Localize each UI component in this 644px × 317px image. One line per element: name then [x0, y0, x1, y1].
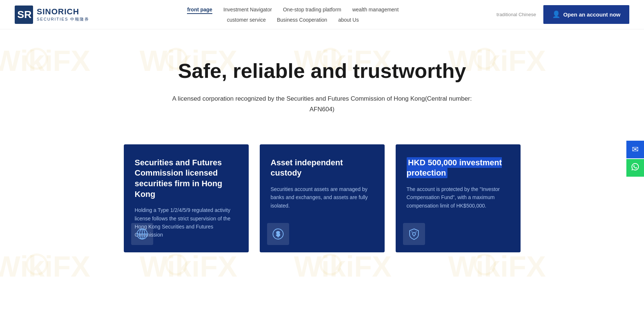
card-investment-protection: HKD 500,000 investment protection The ac… [396, 144, 521, 252]
hero-section: Safe, reliable and trustworthy A license… [0, 29, 644, 137]
card-1-title: Securities and Futures Commission licens… [135, 158, 238, 199]
main-content: WikiFX WikiFX WikiFX WikiFX WikiFX WikiF… [0, 29, 644, 316]
card-3-title-highlight: HKD 500,000 investment protection [407, 157, 502, 179]
lang-switch[interactable]: traditional Chinese [496, 12, 536, 17]
dollar-icon: $ [271, 227, 285, 241]
logo-main-text: SINORICH [37, 7, 89, 17]
nav-front-page[interactable]: front page [187, 6, 212, 14]
nav-about-us[interactable]: about Us [338, 16, 359, 24]
logo-text: SINORICH SECURITIES 中顺隆券 [37, 7, 89, 22]
cards-section: Securities and Futures Commission licens… [0, 137, 644, 274]
svg-point-8 [413, 233, 415, 235]
hero-title: Safe, reliable and trustworthy [15, 59, 629, 83]
email-icon: ✉ [632, 145, 638, 154]
hero-subtitle-line1: A licensed corporation recognized by the… [172, 95, 472, 102]
hero-subtitle: A licensed corporation recognized by the… [15, 94, 629, 115]
card-3-desc: The account is protected by the "Investo… [407, 185, 510, 210]
nav-business-cooperation[interactable]: Business Cooperation [277, 16, 327, 24]
header-right: traditional Chinese 👤 Open an account no… [496, 5, 629, 24]
svg-line-9 [411, 231, 413, 233]
nav-wealth-management[interactable]: wealth management [352, 6, 399, 14]
card-sfc-licensed: Securities and Futures Commission licens… [124, 144, 249, 252]
whatsapp-icon [631, 162, 640, 173]
card-asset-custody: Asset independent custody Securities acc… [260, 144, 385, 252]
logo-icon: SR [15, 6, 33, 24]
card-3-title: HKD 500,000 investment protection [407, 158, 510, 179]
main-nav: front page Investment Navigator One-stop… [187, 6, 399, 24]
logo-area: SR SINORICH SECURITIES 中顺隆券 [15, 6, 89, 24]
open-account-button[interactable]: 👤 Open an account now [543, 5, 629, 24]
globe-icon [136, 227, 149, 241]
nav-bottom-row: customer service Business Cooperation ab… [227, 16, 359, 24]
hero-subtitle-line2: AFN604) [309, 106, 334, 113]
header: SR SINORICH SECURITIES 中顺隆券 front page I… [0, 0, 644, 29]
svg-text:$: $ [276, 230, 280, 238]
open-account-label: Open an account now [563, 11, 620, 18]
open-account-icon: 👤 [552, 10, 560, 19]
nav-investment-navigator[interactable]: Investment Navigator [223, 6, 272, 14]
svg-text:SR: SR [17, 9, 32, 20]
card-1-icon-area [131, 223, 153, 245]
nav-one-stop[interactable]: One-stop trading platform [283, 6, 341, 14]
card-2-icon-area: $ [267, 223, 289, 245]
card-2-desc: Securities account assets are managed by… [271, 185, 374, 210]
sidebar-buttons: ✉ [626, 141, 644, 177]
nav-customer-service[interactable]: customer service [227, 16, 266, 24]
logo-sub-text: SECURITIES 中顺隆券 [37, 17, 89, 22]
email-sidebar-button[interactable]: ✉ [626, 141, 644, 158]
nav-top-row: front page Investment Navigator One-stop… [187, 6, 399, 14]
card-3-icon-area [403, 223, 425, 245]
whatsapp-sidebar-button[interactable] [626, 159, 644, 177]
card-2-title: Asset independent custody [271, 158, 374, 179]
shield-icon [407, 227, 421, 241]
svg-line-10 [415, 231, 417, 233]
